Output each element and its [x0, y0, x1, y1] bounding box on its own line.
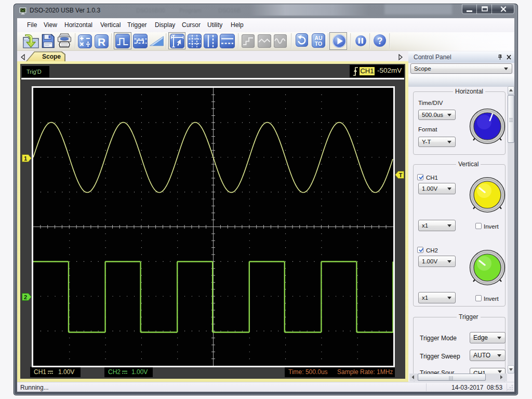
svg-text:AU: AU — [314, 35, 322, 41]
svg-text:2: 2 — [24, 294, 27, 300]
svg-text:?: ? — [377, 36, 383, 46]
svg-text:1: 1 — [24, 155, 27, 162]
svg-text:T: T — [399, 172, 403, 178]
svg-text:TO: TO — [315, 41, 322, 47]
svg-text:R: R — [98, 36, 105, 48]
